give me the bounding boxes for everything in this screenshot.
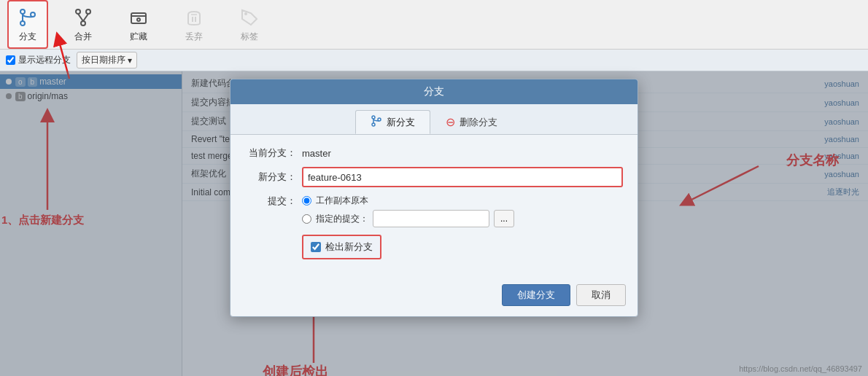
- delete-branch-tab-icon: ⊖: [446, 115, 455, 129]
- current-branch-value: master: [302, 148, 331, 159]
- merge-icon: [71, 6, 95, 29]
- svg-point-5: [86, 9, 90, 14]
- commit-options: 工作副本原本 指定的提交： ...: [302, 195, 514, 227]
- toolbar-merge[interactable]: 合并: [63, 1, 104, 47]
- toolbar-merge-label: 合并: [74, 31, 92, 43]
- toolbar-stash[interactable]: 贮藏: [118, 1, 159, 47]
- svg-point-4: [76, 9, 80, 14]
- specific-commit-input[interactable]: [373, 210, 489, 227]
- main-area: o b master b origin/mas 新建代码合并冲突测试txt文件 …: [0, 71, 868, 376]
- svg-point-12: [372, 116, 375, 119]
- svg-line-7: [78, 14, 83, 21]
- cancel-btn[interactable]: 取消: [576, 284, 626, 306]
- current-branch-row: 当前分支： master: [245, 146, 623, 160]
- tab-delete-branch[interactable]: ⊖ 删除分支: [430, 110, 513, 134]
- dialog-overlay: 分支 新分支 ⊖ 删除分支: [0, 71, 868, 376]
- sort-by-date-btn[interactable]: 按日期排序 ▾: [77, 52, 137, 68]
- toolbar-tag[interactable]: 标签: [229, 1, 270, 47]
- toolbar-branch[interactable]: 分支: [7, 0, 48, 49]
- checkout-row: 检出新分支: [302, 235, 381, 259]
- sort-label: 按日期排序: [82, 54, 125, 66]
- toolbar-tag-label: 标签: [241, 31, 258, 43]
- toolbar-discard-label: 丢弃: [185, 31, 203, 43]
- toolbar-branch-label: 分支: [19, 31, 36, 43]
- current-branch-label: 当前分支：: [245, 146, 296, 160]
- dialog-tabs: 新分支 ⊖ 删除分支: [230, 104, 638, 135]
- new-branch-tab-icon: [371, 115, 382, 129]
- working-copy-label: 工作副本原本: [316, 195, 368, 207]
- discard-icon: [182, 6, 206, 29]
- toolbar-stash-label: 贮藏: [130, 31, 147, 43]
- dialog-title: 分支: [230, 79, 638, 104]
- subbar: 显示远程分支 按日期排序 ▾: [0, 50, 868, 71]
- show-remote-label: 显示远程分支: [18, 54, 71, 66]
- working-copy-option[interactable]: 工作副本原本: [302, 195, 514, 207]
- dialog-body: 当前分支： master 新分支： 提交： 工作副本原本: [230, 135, 638, 278]
- create-branch-btn[interactable]: 创建分支: [502, 284, 570, 306]
- svg-point-10: [137, 18, 140, 21]
- svg-point-6: [81, 21, 85, 26]
- tag-icon: [238, 6, 261, 29]
- toolbar: 分支 合并 贮藏: [0, 0, 868, 50]
- show-remote-checkbox[interactable]: [6, 55, 15, 65]
- svg-point-1: [20, 21, 25, 26]
- specific-commit-radio[interactable]: [302, 214, 311, 224]
- checkout-label: 检出新分支: [325, 240, 373, 254]
- branch-dialog: 分支 新分支 ⊖ 删除分支: [230, 79, 638, 317]
- tab-new-branch[interactable]: 新分支: [355, 110, 430, 134]
- tab-new-branch-label: 新分支: [387, 116, 415, 129]
- new-branch-label: 新分支：: [245, 171, 296, 184]
- working-copy-radio[interactable]: [302, 196, 311, 205]
- show-remote-checkbox-label[interactable]: 显示远程分支: [6, 54, 71, 66]
- branch-icon: [16, 6, 39, 29]
- svg-point-11: [244, 12, 247, 15]
- svg-point-13: [372, 123, 375, 126]
- checkout-checkbox[interactable]: [311, 242, 321, 252]
- svg-line-8: [83, 14, 88, 21]
- specific-commit-option[interactable]: 指定的提交： ...: [302, 210, 514, 227]
- sort-arrow-icon: ▾: [128, 55, 132, 66]
- svg-point-2: [31, 12, 35, 17]
- specific-commit-label: 指定的提交：: [316, 213, 368, 225]
- new-branch-row: 新分支：: [245, 167, 623, 187]
- toolbar-discard[interactable]: 丢弃: [174, 1, 214, 47]
- new-branch-input[interactable]: [302, 167, 623, 187]
- stash-icon: [127, 6, 150, 29]
- commit-label: 提交：: [245, 195, 296, 208]
- commit-row: 提交： 工作副本原本 指定的提交： ...: [245, 195, 623, 227]
- svg-point-0: [20, 9, 25, 14]
- tab-delete-branch-label: 删除分支: [460, 116, 497, 129]
- browse-btn[interactable]: ...: [494, 210, 514, 227]
- dialog-footer: 创建分支 取消: [230, 278, 638, 316]
